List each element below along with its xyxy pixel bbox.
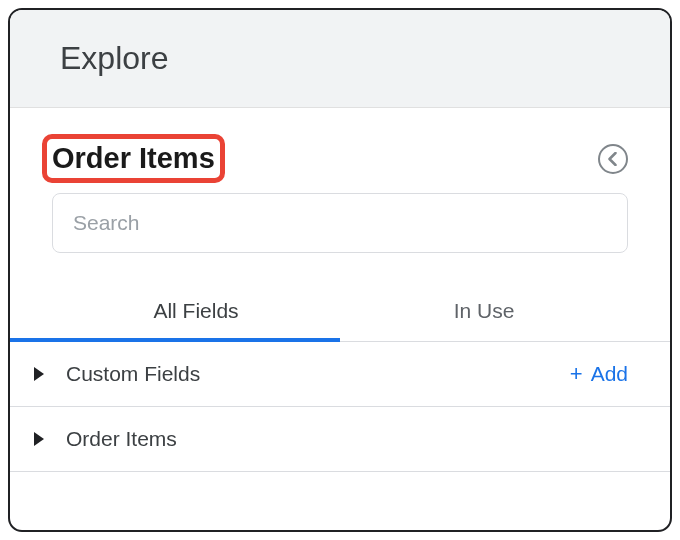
section-custom-fields: Custom Fields + Add	[10, 342, 670, 407]
chevron-left-icon	[607, 152, 619, 166]
title-row: Order Items	[52, 142, 628, 175]
panel-header: Explore	[10, 10, 670, 108]
add-button[interactable]: + Add	[570, 362, 628, 386]
collapse-button[interactable]	[598, 144, 628, 174]
title-wrap: Order Items	[52, 142, 215, 175]
plus-icon: +	[570, 363, 583, 385]
search-input[interactable]	[52, 193, 628, 253]
tab-all-fields[interactable]: All Fields	[52, 281, 340, 341]
order-items-label: Order Items	[66, 427, 177, 451]
order-items-row[interactable]: Order Items	[10, 407, 670, 471]
custom-fields-row[interactable]: Custom Fields + Add	[10, 342, 670, 406]
tab-in-use[interactable]: In Use	[340, 281, 628, 341]
expand-icon	[34, 367, 44, 381]
expand-icon	[34, 432, 44, 446]
page-title: Explore	[60, 40, 634, 77]
add-label: Add	[591, 362, 628, 386]
custom-fields-label: Custom Fields	[66, 362, 200, 386]
tabs: All Fields In Use	[10, 281, 670, 342]
section-order-items: Order Items	[10, 407, 670, 472]
explore-title: Order Items	[52, 142, 215, 174]
explore-panel: Explore Order Items All Fields In Use	[8, 8, 672, 532]
panel-content: Order Items All Fields In Use Custom Fie…	[10, 108, 670, 472]
